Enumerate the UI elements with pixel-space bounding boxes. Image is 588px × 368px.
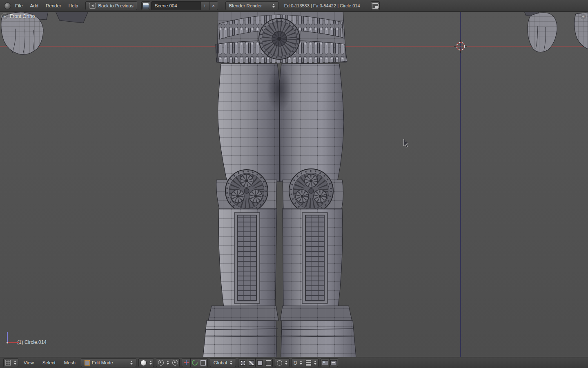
- chevron-updown-icon: [272, 4, 275, 8]
- mode-select[interactable]: Edit Mode: [81, 358, 136, 367]
- shin-ladder-right: [302, 213, 327, 303]
- occlude-icon: [266, 360, 271, 366]
- snap-element-icon: [306, 360, 311, 366]
- rotate-icon: [191, 359, 199, 367]
- screen-layout-browse-button[interactable]: [141, 1, 150, 10]
- transform-orientation-select[interactable]: Global: [210, 358, 236, 367]
- view-orientation-label: Front Ortho: [10, 13, 35, 19]
- magnet-icon: Ω: [294, 361, 297, 365]
- shin-ladder-left: [234, 213, 260, 303]
- menu-add[interactable]: Add: [27, 2, 42, 9]
- belt-buckle: [259, 18, 300, 59]
- vertex-mode-icon: [240, 360, 245, 366]
- vertex-select-mode-button[interactable]: [238, 358, 247, 367]
- chevron-updown-icon: [130, 361, 133, 365]
- chevron-updown-icon: [285, 361, 287, 365]
- back-arrow-icon: [89, 3, 96, 9]
- menu-file[interactable]: File: [12, 2, 26, 9]
- menu-help[interactable]: Help: [65, 2, 82, 9]
- viewport-3d[interactable]: + + Front Ortho (1) Circle.014: [0, 11, 588, 357]
- editor-type-icon: [5, 360, 11, 366]
- opengl-render-anim-button[interactable]: [329, 358, 338, 367]
- region-expand-left-icon[interactable]: +: [1, 13, 8, 20]
- shading-sphere-icon: [140, 360, 147, 366]
- snap-toggle-select[interactable]: Ω: [292, 358, 304, 367]
- screen-layout-icon: [143, 3, 149, 9]
- chevron-updown-icon: [149, 361, 152, 365]
- edge-mode-icon: [249, 360, 254, 366]
- mini-axis-gizmo: [5, 330, 22, 346]
- render-still-icon: [322, 360, 328, 365]
- add-scene-button[interactable]: +: [200, 1, 209, 10]
- menu-view[interactable]: View: [20, 359, 37, 366]
- translate-icon: [184, 360, 189, 365]
- menu-render[interactable]: Render: [42, 2, 65, 9]
- manipulator-rotate-toggle[interactable]: [190, 358, 199, 367]
- render-anim-icon: [330, 360, 337, 365]
- render-engine-select[interactable]: Blender Render: [225, 1, 278, 10]
- window-icon: [372, 3, 379, 9]
- right-knee-disc: [289, 169, 333, 213]
- info-header: File Add Render Help Back to Previous Sc…: [0, 0, 588, 12]
- scene-statistics: Ed:0-113533 | Fa:0-54422 | Circle.014: [284, 3, 360, 8]
- manipulator-translate-toggle[interactable]: [182, 358, 191, 367]
- snap-element-select[interactable]: [304, 358, 318, 367]
- chevron-updown-icon: [230, 361, 232, 365]
- left-knee-disc: [225, 170, 268, 212]
- blender-window: File Add Render Help Back to Previous Sc…: [0, 0, 588, 368]
- scene-name-field[interactable]: Scene.004: [151, 1, 201, 10]
- region-expand-right-icon[interactable]: +: [580, 13, 587, 20]
- opengl-render-button[interactable]: [321, 358, 330, 367]
- pivot-icon: [158, 360, 164, 366]
- pivot-align-icon: [172, 360, 178, 366]
- menu-mesh[interactable]: Mesh: [61, 359, 79, 366]
- unlink-scene-button[interactable]: ×: [209, 1, 218, 10]
- scale-icon: [200, 360, 206, 366]
- proportional-edit-select[interactable]: [275, 358, 290, 367]
- pivot-align-toggle[interactable]: [171, 358, 180, 367]
- blender-logo-icon[interactable]: [4, 2, 11, 9]
- edit-mode-cube-icon: [85, 360, 90, 366]
- thighs: [218, 64, 344, 182]
- chevron-updown-icon: [14, 361, 16, 365]
- back-to-previous-button[interactable]: Back to Previous: [85, 1, 137, 10]
- manipulator-scale-toggle[interactable]: [199, 358, 208, 367]
- editor-type-select[interactable]: [3, 358, 18, 367]
- viewport-header: View Select Mesh Edit Mode Glob: [0, 357, 588, 368]
- viewport-shading-select[interactable]: [138, 358, 154, 367]
- pivot-point-select[interactable]: [156, 358, 171, 367]
- proportional-edit-icon: [277, 360, 282, 366]
- menu-select[interactable]: Select: [39, 359, 59, 366]
- chevron-updown-icon: [167, 361, 169, 365]
- edge-select-mode-button[interactable]: [247, 358, 256, 367]
- maximize-window-button[interactable]: [371, 1, 380, 10]
- limit-to-visible-toggle[interactable]: [264, 358, 273, 367]
- chevron-updown-icon: [300, 361, 302, 365]
- chevron-updown-icon: [314, 361, 316, 365]
- face-select-mode-button[interactable]: [255, 358, 264, 367]
- face-mode-icon: [257, 360, 263, 366]
